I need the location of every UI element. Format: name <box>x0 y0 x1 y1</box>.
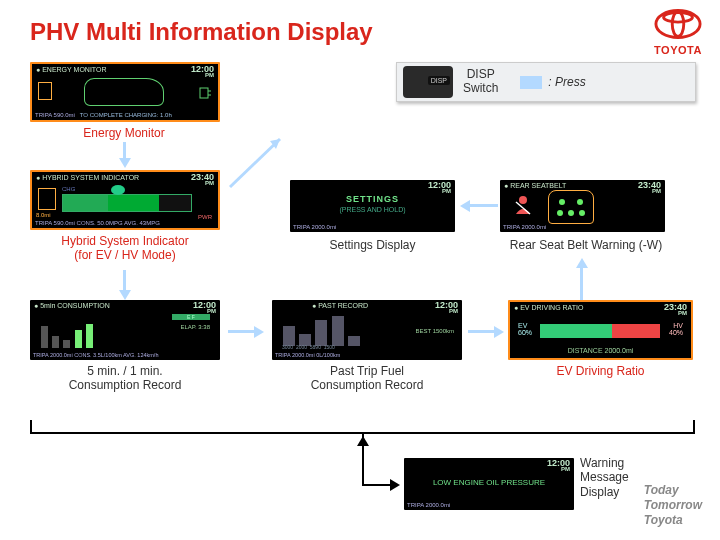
clock: 23:40PM <box>638 182 661 194</box>
disp-icon <box>403 66 453 98</box>
caption-settings: Settings Display <box>290 238 455 252</box>
toyota-logo: TOYOTA <box>654 8 702 56</box>
header: ● REAR SEATBELT <box>504 182 566 189</box>
arrow-black-head <box>357 436 369 446</box>
distance: DISTANCE 2000.0mi <box>510 347 691 354</box>
clock: 12:00PM <box>435 302 458 314</box>
caption-hsi: Hybrid System Indicator(for EV / HV Mode… <box>30 234 220 263</box>
disp-switch-box: DISPSwitch : Press <box>396 62 696 102</box>
trip: TRIPA 2000.0mi CONS. 3.5L/100km AVG. 124… <box>33 352 158 358</box>
svg-point-12 <box>568 210 574 216</box>
screen-past-record: ● PAST RECORD 12:00PM BEST 1500km 3000 2… <box>272 300 462 360</box>
svg-point-1 <box>672 12 684 37</box>
svg-point-13 <box>579 210 585 216</box>
ev-pct: EV 60% <box>518 322 532 336</box>
press-swatch <box>520 76 542 89</box>
header: ● EV DRIVING RATIO <box>514 304 583 311</box>
footer-tagline: TodayTomorrowToyota <box>644 483 702 528</box>
header: ● PAST RECORD <box>312 302 368 309</box>
header: ● HYBRID SYSTEM INDICATOR <box>36 174 139 181</box>
clock: 12:00PM <box>191 66 214 78</box>
caption-energy: Energy Monitor <box>64 126 184 140</box>
caption-rsb: Rear Seat Belt Warning (-W) <box>486 238 686 252</box>
settings-line1: SETTINGS <box>290 194 455 204</box>
screen-warning: 12:00PM LOW ENGINE OIL PRESSURE TRIPA 20… <box>404 458 574 510</box>
screen-settings: 12:00PM SETTINGS (PRESS AND HOLD) TRIPA … <box>290 180 455 232</box>
screen-consumption: ● 5min CONSUMPTION 12:00PM E F ELAP. 3:3… <box>30 300 220 360</box>
ev-range: 8.0mi <box>36 212 51 218</box>
header: ● 5min CONSUMPTION <box>34 302 110 309</box>
warning-msg: LOW ENGINE OIL PRESSURE <box>404 478 574 487</box>
screen-ev-ratio: ● EV DRIVING RATIO 23:40PM EV 60% HV 40%… <box>508 300 693 360</box>
svg-rect-3 <box>200 88 208 98</box>
pwr-label: PWR <box>198 214 212 220</box>
settings-line2: (PRESS AND HOLD) <box>290 206 455 213</box>
trip: TRIPA 590.0mi TO COMPLETE CHARGING: 1.0h <box>35 112 172 118</box>
svg-point-2 <box>664 12 693 22</box>
trip: TRIPA 2000.0mi <box>407 502 450 508</box>
clock: 12:00PM <box>428 182 451 194</box>
caption-warning: WarningMessageDisplay <box>580 456 650 499</box>
svg-point-11 <box>557 210 563 216</box>
trip: TRIPA 2000.0mi <box>503 224 546 230</box>
clock: 23:40PM <box>191 174 214 186</box>
elapsed: ELAP. 3:38 <box>180 324 210 330</box>
screen-energy-monitor: ● ENERGY MONITOR 12:00PM TRIPA 590.0mi T… <box>30 62 220 122</box>
header: ● ENERGY MONITOR <box>36 66 106 73</box>
arrow-black-h-head <box>390 479 400 491</box>
svg-point-6 <box>111 185 125 195</box>
svg-point-0 <box>656 11 700 38</box>
screen-rear-seatbelt: ● REAR SEATBELT 23:40PM TRIPA 2000.0mi <box>500 180 665 232</box>
svg-point-14 <box>519 196 527 204</box>
chg-label: CHG <box>62 186 75 192</box>
press-label: : Press <box>548 75 585 89</box>
clock: 12:00PM <box>193 302 216 314</box>
toyota-wordmark: TOYOTA <box>654 44 702 56</box>
bracket <box>30 420 695 434</box>
arrow-black-h <box>362 484 392 486</box>
hv-pct: HV 40% <box>669 322 683 336</box>
trip: TRIPA 2000.0mi 0L/100km <box>275 352 340 358</box>
trip: TRIPA 590.0mi CONS. 50.0MPG AVG. 43MPG <box>35 220 160 226</box>
trip: TRIPA 2000.0mi <box>293 224 336 230</box>
disp-label: DISPSwitch <box>463 68 498 96</box>
caption-past: Past Trip FuelConsumption Record <box>272 364 462 393</box>
svg-point-9 <box>559 199 565 205</box>
page-title: PHV Multi Information Display <box>30 18 373 46</box>
screen-hsi: ● HYBRID SYSTEM INDICATOR 23:40PM 8.0mi … <box>30 170 220 230</box>
clock: 12:00PM <box>547 460 570 472</box>
svg-point-10 <box>577 199 583 205</box>
clock: 23:40PM <box>664 304 687 316</box>
svg-line-7 <box>230 139 280 187</box>
caption-evr: EV Driving Ratio <box>508 364 693 378</box>
caption-consumption: 5 min. / 1 min.Consumption Record <box>30 364 220 393</box>
seatbelt-icon <box>512 194 534 216</box>
best: BEST 1500km <box>415 328 454 334</box>
